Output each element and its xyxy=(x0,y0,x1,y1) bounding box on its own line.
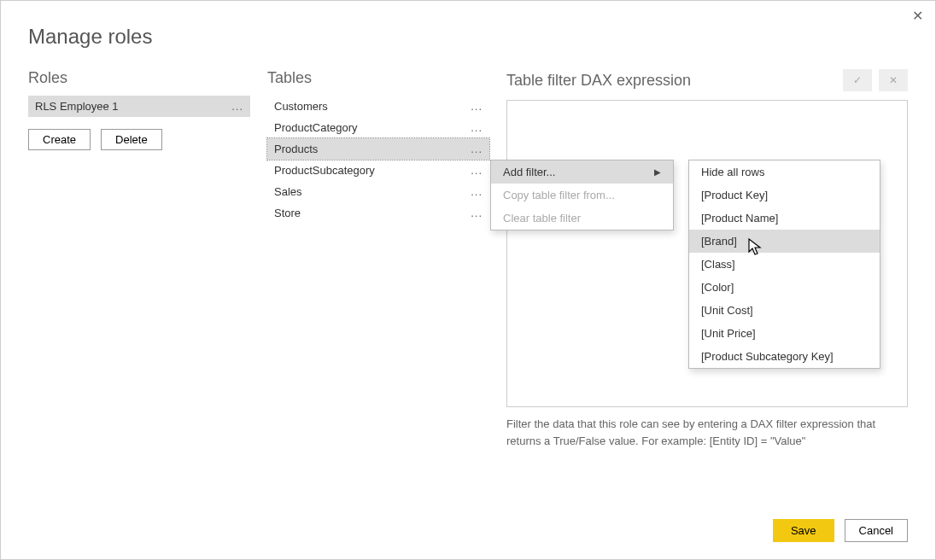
ctx-item-label: [Class] xyxy=(701,258,735,271)
role-item-label: RLS Employee 1 xyxy=(35,100,119,113)
table-item-store[interactable]: Store ... xyxy=(267,202,489,224)
ctx-col-unit-price[interactable]: [Unit Price] xyxy=(689,322,880,345)
save-button[interactable]: Save xyxy=(773,519,834,542)
table-item-label: ProductSubcategory xyxy=(274,164,375,177)
chevron-right-icon: ▶ xyxy=(654,167,661,177)
cancel-button[interactable]: Cancel xyxy=(845,519,908,542)
ctx-clear-filter: Clear table filter xyxy=(491,207,673,230)
ctx-item-label: [Product Name] xyxy=(701,212,778,225)
table-item-menu-icon[interactable]: ... xyxy=(471,185,483,198)
ctx-item-label: Copy table filter from... xyxy=(503,189,615,201)
tables-header: Tables xyxy=(267,69,489,87)
ctx-col-unit-cost[interactable]: [Unit Cost] xyxy=(689,299,880,322)
x-icon: ✕ xyxy=(889,74,898,86)
ctx-item-label: Hide all rows xyxy=(701,166,764,178)
dialog-title: Manage roles xyxy=(1,1,935,49)
ctx-item-label: Clear table filter xyxy=(503,212,581,225)
ctx-copy-filter: Copy table filter from... xyxy=(491,184,673,207)
dax-cancel-button[interactable]: ✕ xyxy=(879,69,908,91)
ctx-hide-all-rows[interactable]: Hide all rows xyxy=(689,160,880,184)
table-item-customers[interactable]: Customers ... xyxy=(267,96,489,117)
ctx-item-label: [Product Subcategory Key] xyxy=(701,350,834,363)
ctx-add-filter[interactable]: Add filter... ▶ xyxy=(491,160,673,184)
table-item-products[interactable]: Products ... xyxy=(267,138,489,160)
table-item-label: Customers xyxy=(274,100,328,113)
table-item-label: Sales xyxy=(274,185,302,198)
table-item-menu-icon[interactable]: ... xyxy=(471,143,483,155)
ctx-item-label: [Unit Cost] xyxy=(701,304,753,317)
table-item-productsubcategory[interactable]: ProductSubcategory ... xyxy=(267,160,489,181)
table-item-menu-icon[interactable]: ... xyxy=(471,164,483,177)
create-role-button[interactable]: Create xyxy=(28,129,91,150)
ctx-item-label: Add filter... xyxy=(503,166,555,178)
dax-hint-text: Filter the data that this role can see b… xyxy=(506,416,908,449)
ctx-col-product-subcategory-key[interactable]: [Product Subcategory Key] xyxy=(689,345,880,368)
role-item-menu-icon[interactable]: ... xyxy=(231,100,243,113)
delete-role-button[interactable]: Delete xyxy=(101,129,162,150)
table-item-sales[interactable]: Sales ... xyxy=(267,181,489,202)
ctx-col-class[interactable]: [Class] xyxy=(689,253,880,276)
table-item-label: Products xyxy=(274,143,318,155)
table-item-label: ProductCategory xyxy=(274,121,358,134)
table-item-menu-icon[interactable]: ... xyxy=(471,207,483,219)
dax-header: Table filter DAX expression xyxy=(506,72,691,90)
ctx-item-label: [Unit Price] xyxy=(701,327,756,340)
table-item-menu-icon[interactable]: ... xyxy=(471,121,483,134)
ctx-item-label: [Brand] xyxy=(701,235,737,248)
check-icon: ✓ xyxy=(853,74,862,86)
dax-confirm-button[interactable]: ✓ xyxy=(843,69,872,91)
role-item[interactable]: RLS Employee 1 ... xyxy=(28,96,250,117)
ctx-item-label: [Color] xyxy=(701,281,734,294)
table-item-label: Store xyxy=(274,207,301,219)
ctx-col-product-key[interactable]: [Product Key] xyxy=(689,184,880,207)
roles-header: Roles xyxy=(28,69,250,87)
table-item-productcategory[interactable]: ProductCategory ... xyxy=(267,117,489,138)
ctx-col-brand[interactable]: [Brand] xyxy=(689,230,880,253)
table-context-menu: Add filter... ▶ Copy table filter from..… xyxy=(490,160,674,230)
add-filter-submenu: Hide all rows [Product Key] [Product Nam… xyxy=(688,160,880,369)
table-item-menu-icon[interactable]: ... xyxy=(471,100,483,113)
close-dialog-button[interactable]: ✕ xyxy=(912,8,923,24)
ctx-item-label: [Product Key] xyxy=(701,189,768,201)
ctx-col-product-name[interactable]: [Product Name] xyxy=(689,207,880,230)
ctx-col-color[interactable]: [Color] xyxy=(689,276,880,299)
